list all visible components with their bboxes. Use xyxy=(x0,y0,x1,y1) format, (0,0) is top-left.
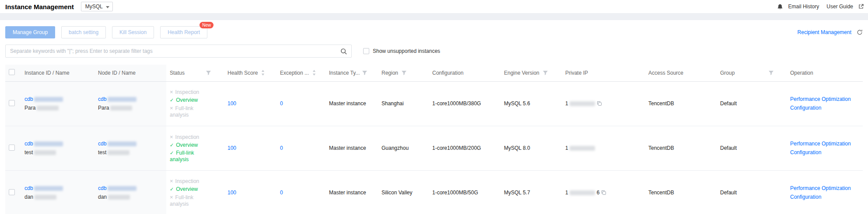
redacted-instance-name xyxy=(34,150,56,155)
external-link-icon xyxy=(858,4,864,9)
performance-optimization-link[interactable]: Performance Optimization xyxy=(790,96,859,103)
exception-count-link[interactable]: 0 xyxy=(280,190,283,196)
filter-row: Show unsupported instances xyxy=(5,45,863,58)
node-id-link[interactable]: cdb xyxy=(98,96,136,102)
redacted-instance-id xyxy=(34,142,63,146)
health-score-link[interactable]: 100 xyxy=(228,100,236,107)
health-report-button[interactable]: Health Report xyxy=(160,26,207,38)
status-cell: Inspection Overview Full-link analysis xyxy=(170,178,208,207)
status-label: Full-link analysis xyxy=(170,194,193,207)
redacted-node-name xyxy=(110,106,132,110)
redacted-private-ip xyxy=(570,190,595,195)
sort-icon[interactable] xyxy=(312,70,316,76)
filter-icon[interactable] xyxy=(206,71,211,75)
col-configuration: Configuration xyxy=(432,70,463,76)
access-source: TencentDB xyxy=(648,145,674,151)
region: Silicon Valley xyxy=(382,190,412,196)
col-exception: Exception ... xyxy=(280,70,309,76)
exception-count-link[interactable]: 0 xyxy=(280,145,283,151)
search-input[interactable] xyxy=(10,48,340,54)
top-bar: Instance Management MySQL Email History … xyxy=(0,0,868,13)
page-title: Instance Management xyxy=(5,3,74,10)
email-history-link[interactable]: Email History xyxy=(786,3,822,10)
engine-selector[interactable]: MySQL xyxy=(81,2,113,11)
filter-icon[interactable] xyxy=(543,71,548,75)
group: Default xyxy=(720,100,737,107)
exception-count-link[interactable]: 0 xyxy=(280,100,283,107)
filter-icon[interactable] xyxy=(362,71,367,75)
configuration-link[interactable]: Configuration xyxy=(790,193,859,200)
node-name: dan xyxy=(98,193,163,200)
search-icon[interactable] xyxy=(340,48,347,55)
row-checkbox[interactable] xyxy=(9,145,15,151)
cross-icon xyxy=(170,90,173,95)
show-unsupported-checkbox[interactable] xyxy=(363,48,369,54)
health-score-link[interactable]: 100 xyxy=(228,145,236,151)
batch-setting-button[interactable]: batch setting xyxy=(61,26,106,38)
col-region: Region xyxy=(382,70,398,76)
col-instance-type: Instance Ty... xyxy=(329,70,360,76)
manage-group-button[interactable]: Manage Group xyxy=(5,26,55,38)
performance-optimization-link[interactable]: Performance Optimization xyxy=(790,140,859,147)
search-box xyxy=(5,45,352,58)
kill-session-button[interactable]: Kill Session xyxy=(112,26,154,38)
instance-type: Master instance xyxy=(329,190,366,196)
redacted-node-name xyxy=(108,195,130,200)
redacted-private-ip xyxy=(570,146,595,151)
node-name: Para xyxy=(98,104,163,111)
bell-icon[interactable] xyxy=(777,3,783,10)
engine-version: MySQL 8.0 xyxy=(504,145,530,151)
instance-type: Master instance xyxy=(329,100,366,107)
col-private-ip: Private IP xyxy=(565,70,588,76)
col-engine-version: Engine Version xyxy=(504,70,539,76)
instance-id-link[interactable]: cdb xyxy=(24,96,63,102)
instance-name: dan xyxy=(24,193,91,200)
status-label: Inspection xyxy=(175,178,200,184)
redacted-instance-id xyxy=(34,186,63,191)
redacted-private-ip xyxy=(570,101,595,106)
table-row: cdb dan cdb dan Inspection Overview Full… xyxy=(5,170,863,214)
refresh-icon[interactable] xyxy=(857,29,863,35)
recipient-management-link[interactable]: Recipient Management xyxy=(798,29,851,35)
configuration: 1-core1000MB/380G xyxy=(432,100,481,107)
instance-id-link[interactable]: cdb xyxy=(24,185,63,191)
redacted-instance-id xyxy=(34,97,63,102)
filter-icon[interactable] xyxy=(402,71,406,75)
instance-name: Para xyxy=(24,104,91,111)
check-icon xyxy=(170,186,174,192)
status-label: Overview xyxy=(176,186,198,192)
node-id-link[interactable]: cdb xyxy=(98,185,136,191)
engine-version: MySQL 5.6 xyxy=(504,100,530,107)
redacted-node-id xyxy=(108,97,136,102)
configuration: 1-core1000MB/50G xyxy=(432,190,478,196)
status-cell: Inspection Overview Full-link analysis xyxy=(170,134,208,163)
access-source: TencentDB xyxy=(648,190,674,196)
row-checkbox[interactable] xyxy=(9,189,15,195)
cross-icon xyxy=(170,106,173,111)
redacted-node-id xyxy=(108,142,136,146)
filter-icon[interactable] xyxy=(769,71,774,75)
private-ip: 1 xyxy=(565,100,597,107)
cross-icon xyxy=(170,179,173,184)
health-score-link[interactable]: 100 xyxy=(228,190,236,196)
node-id-link[interactable]: cdb xyxy=(98,141,136,147)
configuration-link[interactable]: Configuration xyxy=(790,149,859,156)
configuration-link[interactable]: Configuration xyxy=(790,104,859,111)
cross-icon xyxy=(170,135,173,140)
cross-icon xyxy=(170,195,173,200)
show-unsupported-label: Show unsupported instances xyxy=(373,48,440,54)
engine-version: MySQL 5.7 xyxy=(504,190,530,196)
performance-optimization-link[interactable]: Performance Optimization xyxy=(790,185,859,192)
status-label: Inspection xyxy=(175,89,200,95)
sort-icon[interactable] xyxy=(261,70,265,76)
select-all-checkbox[interactable] xyxy=(9,69,15,75)
region: Shanghai xyxy=(382,100,404,107)
copy-icon[interactable] xyxy=(597,101,602,106)
row-checkbox[interactable] xyxy=(9,100,15,106)
main-panel: Manage Group batch setting Kill Session … xyxy=(0,20,868,214)
user-guide-link[interactable]: User Guide xyxy=(824,3,855,10)
instance-id-link[interactable]: cdb xyxy=(24,141,63,147)
copy-icon[interactable] xyxy=(601,190,606,195)
private-ip: 1 xyxy=(565,145,597,151)
check-icon xyxy=(170,142,174,148)
